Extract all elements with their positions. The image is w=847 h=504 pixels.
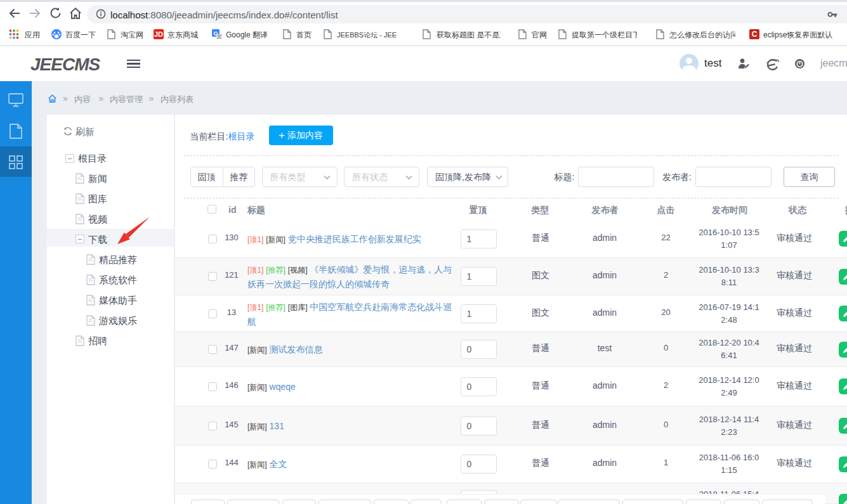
svg-text:文: 文 bbox=[217, 34, 222, 39]
